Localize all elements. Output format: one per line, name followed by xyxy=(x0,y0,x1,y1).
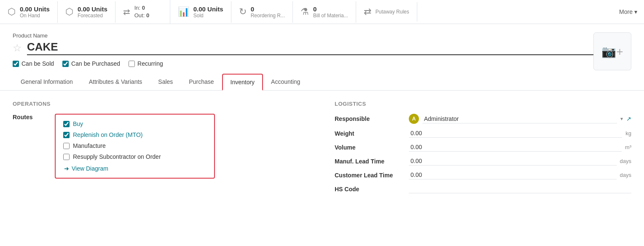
sold-icon: 📊 xyxy=(178,6,189,17)
top-left: Product Name ☆ Can be Sold Can be Purcha… xyxy=(13,32,593,74)
operations-title: Operations xyxy=(13,101,309,107)
customer-lead-time-input[interactable] xyxy=(409,171,617,179)
on-hand-label: On Hand xyxy=(20,13,50,19)
can-be-purchased-checkbox[interactable]: Can be Purchased xyxy=(62,60,120,67)
customer-lead-time-row: Customer Lead Time days xyxy=(335,171,631,179)
volume-row: Volume m³ xyxy=(335,143,631,152)
sold-label: Sold xyxy=(193,13,223,19)
out-value: Out: 0 xyxy=(134,12,149,19)
in-value: In: 0 xyxy=(134,4,149,12)
arrow-right-icon: ➜ xyxy=(64,165,69,172)
volume-label: Volume xyxy=(335,144,402,151)
routes-box: Buy Replenish on Order (MTO) Manufacture… xyxy=(55,114,215,179)
product-name-label: Product Name xyxy=(13,32,593,39)
route-buy-label: Buy xyxy=(73,120,83,127)
arrows-icon: ⇄ xyxy=(123,7,130,17)
route-mto-label: Replenish on Order (MTO) xyxy=(73,131,142,138)
tab-accounting[interactable]: Accounting xyxy=(263,74,308,91)
tab-general-information[interactable]: General Information xyxy=(13,74,81,91)
bom-value: 0 xyxy=(313,5,348,13)
tab-attributes-variants[interactable]: Attributes & Variants xyxy=(81,74,150,91)
manuf-lead-time-input[interactable] xyxy=(409,157,617,166)
manuf-lead-time-unit: days xyxy=(620,158,631,164)
can-be-sold-checkbox[interactable]: Can be Sold xyxy=(13,60,54,67)
stat-forecasted[interactable]: ⬡ 0.00 Units Forecasted xyxy=(58,1,115,23)
responsible-avatar: A xyxy=(409,114,419,124)
forecasted-label: Forecasted xyxy=(78,13,107,19)
stat-sold[interactable]: 📊 0.00 Units Sold xyxy=(170,1,231,23)
product-name-input[interactable] xyxy=(27,40,593,55)
camera-plus-icon: 📷+ xyxy=(601,45,623,59)
route-mto[interactable]: Replenish on Order (MTO) xyxy=(63,131,207,138)
route-manufacture-label: Manufacture xyxy=(73,142,106,149)
hs-code-label: HS Code xyxy=(335,186,402,193)
can-be-purchased-label: Can be Purchased xyxy=(71,60,120,67)
customer-lead-time-label: Customer Lead Time xyxy=(335,172,402,179)
bom-icon: ⚗ xyxy=(301,6,309,17)
stat-on-hand[interactable]: ⬡ 0.00 Units On Hand xyxy=(0,1,58,23)
volume-input[interactable] xyxy=(409,143,622,152)
weight-row: Weight kg xyxy=(335,129,631,138)
responsible-row: Responsible A ▾ ↗ xyxy=(335,114,631,124)
volume-unit: m³ xyxy=(625,144,631,150)
main-content: Product Name ☆ Can be Sold Can be Purcha… xyxy=(0,24,644,209)
putaway-icon: ⇄ xyxy=(364,6,371,17)
manuf-lead-time-label: Manuf. Lead Time xyxy=(335,158,402,165)
responsible-input[interactable] xyxy=(422,115,617,123)
route-resupply-label: Resupply Subcontractor on Order xyxy=(73,153,161,160)
weight-label: Weight xyxy=(335,130,402,137)
tab-inventory[interactable]: Inventory xyxy=(222,74,263,91)
sold-value: 0.00 Units xyxy=(193,5,223,13)
reordering-icon: ↻ xyxy=(239,6,247,17)
stat-in-out[interactable]: ⇄ In: 0 Out: 0 xyxy=(115,0,170,24)
logistics-section: Logistics Responsible A ▾ ↗ Weight kg xyxy=(335,101,631,198)
product-title-row: ☆ xyxy=(13,40,593,55)
reordering-label: Reordering R... xyxy=(251,13,285,19)
routes-section: Routes Buy Replenish on Order (MTO) Manu… xyxy=(13,114,309,179)
forecasted-value: 0.00 Units xyxy=(78,5,107,13)
on-hand-value: 0.00 Units xyxy=(20,5,50,13)
stat-bom[interactable]: ⚗ 0 Bill of Materia... xyxy=(293,1,356,23)
responsible-dropdown-icon[interactable]: ▾ xyxy=(620,116,623,122)
checkboxes-row: Can be Sold Can be Purchased Recurring xyxy=(13,60,593,67)
recurring-checkbox[interactable]: Recurring xyxy=(129,60,163,67)
weight-input[interactable] xyxy=(409,129,622,138)
more-chevron-icon: ▾ xyxy=(634,8,637,15)
operations-section: Operations Routes Buy Replenish on Order… xyxy=(13,101,309,198)
responsible-external-link-icon[interactable]: ↗ xyxy=(626,115,631,122)
more-button[interactable]: More ▾ xyxy=(612,4,644,19)
tab-content: Operations Routes Buy Replenish on Order… xyxy=(13,91,631,209)
hs-code-input[interactable] xyxy=(409,184,631,193)
top-section: Product Name ☆ Can be Sold Can be Purcha… xyxy=(13,32,631,74)
tab-sales[interactable]: Sales xyxy=(150,74,181,91)
route-buy[interactable]: Buy xyxy=(63,120,207,127)
route-resupply[interactable]: Resupply Subcontractor on Order xyxy=(63,153,207,160)
hs-code-row: HS Code xyxy=(335,184,631,193)
can-be-sold-label: Can be Sold xyxy=(21,60,54,67)
star-icon[interactable]: ☆ xyxy=(13,42,22,54)
tab-purchase[interactable]: Purchase xyxy=(181,74,222,91)
tabs-row: General Information Attributes & Variant… xyxy=(0,74,644,91)
stat-putaway[interactable]: ⇄ Putaway Rules xyxy=(356,2,417,21)
putaway-label: Putaway Rules xyxy=(376,9,409,15)
on-hand-icon: ⬡ xyxy=(8,6,16,17)
reordering-value: 0 xyxy=(251,5,285,13)
weight-unit: kg xyxy=(625,130,631,136)
stat-reordering[interactable]: ↻ 0 Reordering R... xyxy=(231,1,293,23)
routes-label: Routes xyxy=(13,114,46,179)
manuf-lead-time-row: Manuf. Lead Time days xyxy=(335,157,631,166)
bom-label: Bill of Materia... xyxy=(313,13,348,19)
logistics-title: Logistics xyxy=(335,101,631,107)
product-image-upload[interactable]: 📷+ xyxy=(593,32,631,70)
view-diagram-link[interactable]: ➜ View Diagram xyxy=(63,165,207,172)
customer-lead-time-unit: days xyxy=(620,172,631,178)
route-manufacture[interactable]: Manufacture xyxy=(63,142,207,149)
recurring-label: Recurring xyxy=(137,60,163,67)
forecasted-icon: ⬡ xyxy=(65,6,73,17)
responsible-label: Responsible xyxy=(335,115,402,122)
stats-bar: ⬡ 0.00 Units On Hand ⬡ 0.00 Units Foreca… xyxy=(0,0,644,24)
